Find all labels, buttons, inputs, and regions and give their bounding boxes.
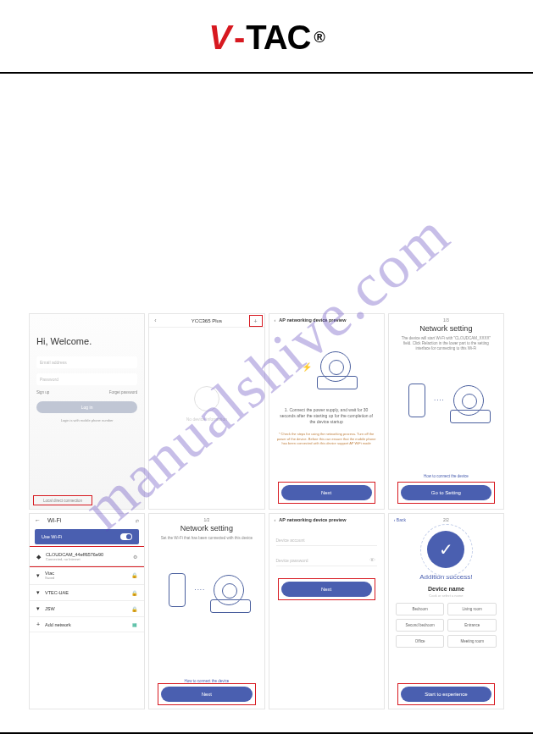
net1-screen: 1/3 Network setting The device will star…: [388, 313, 504, 510]
back-link[interactable]: ‹ Back: [394, 517, 406, 522]
phone-icon: [408, 384, 425, 417]
highlight-cloudcam: [29, 546, 145, 567]
login-sub: Login is with mobile phone number: [36, 418, 137, 422]
scan-icon[interactable]: ▦: [132, 621, 137, 627]
highlight-start: [397, 683, 495, 705]
wifi-title: Wi-Fi: [47, 517, 61, 523]
divider-bottom: [0, 732, 533, 734]
highlight-add: [249, 315, 263, 327]
room-option[interactable]: Second bedroom: [396, 619, 445, 632]
password-field[interactable]: Password: [36, 373, 137, 385]
divider-top: [0, 72, 533, 74]
ap-warning: * Check the steps for using the networki…: [269, 432, 384, 446]
device-password-field[interactable]: Device password👁: [276, 555, 377, 566]
ycc-title: YCC365 Plus: [192, 318, 222, 323]
wifi-icon: ▾: [36, 589, 40, 596]
room-option[interactable]: Bedroom: [396, 603, 445, 615]
plug-icon: ⚡: [302, 362, 312, 372]
step-indicator: 2/2: [389, 514, 503, 522]
no-device-text: No device information: [186, 417, 227, 422]
device-account-field[interactable]: Device account: [276, 534, 377, 546]
wifi-row[interactable]: ▾ Vtac Saved 🔒: [30, 566, 144, 585]
lock-icon: 🔒: [131, 572, 137, 578]
welcome-screen: Hi, Welcome. Email address Password Sign…: [29, 313, 145, 510]
room-option[interactable]: Living room: [447, 603, 497, 615]
back-icon[interactable]: ‹: [275, 517, 276, 522]
camera-icon: [320, 351, 351, 382]
eye-icon[interactable]: 👁: [369, 557, 375, 563]
lock-icon: 🔒: [131, 606, 137, 612]
room-option[interactable]: Entrance: [447, 619, 497, 632]
ap-title: AP networking device preview: [279, 317, 346, 323]
screenshot-grid: Hi, Welcome. Email address Password Sign…: [29, 313, 504, 709]
ap-instruction: 1. Connect the power supply, and wait fo…: [269, 400, 384, 432]
add-network-row[interactable]: + Add network ▦: [30, 617, 144, 632]
local-direct-box[interactable]: Local direct connection: [33, 495, 92, 505]
highlight-next: [278, 482, 375, 504]
wifi-row-cloudcam[interactable]: ◆ CLOUDCAM_44eff6576e90 Connected, no In…: [30, 548, 144, 566]
back-icon[interactable]: ←: [35, 517, 41, 523]
net2-title: Network setting: [149, 524, 264, 533]
ap-input-title: AP networking device preview: [279, 517, 346, 522]
net1-desc: The device will start Wi-Fi with "CLOUDC…: [389, 336, 503, 351]
phone-camera-illustration: ····: [394, 367, 498, 434]
highlight-next: [278, 578, 375, 600]
brand-logo: V-TAC®: [208, 19, 325, 57]
connection-dots-icon: ····: [434, 396, 445, 404]
back-icon[interactable]: ‹: [154, 317, 156, 323]
wifi-icon: ▾: [36, 605, 40, 612]
signup-link[interactable]: Sign up: [36, 390, 49, 395]
email-field[interactable]: Email address: [36, 356, 137, 368]
net2-desc: Set the Wi-Fi that has been connected wi…: [149, 536, 264, 541]
use-wifi-toggle[interactable]: Use Wi-Fi: [35, 529, 139, 544]
wifi-row[interactable]: ▾ VTEC-UAE 🔒: [30, 585, 144, 601]
room-option[interactable]: Meeting room: [447, 635, 497, 648]
net1-title: Network setting: [389, 324, 503, 333]
how-link[interactable]: How to connect the device: [389, 474, 503, 478]
toggle-icon[interactable]: [120, 533, 132, 540]
camera-icon: [453, 385, 484, 416]
step-indicator: 1/2: [149, 514, 264, 522]
lock-icon: 🔒: [131, 590, 137, 596]
login-button[interactable]: Log in: [36, 401, 137, 413]
forgot-link[interactable]: Forget password: [109, 390, 138, 395]
net2-screen: 1/2 Network setting Set the Wi-Fi that h…: [148, 513, 264, 709]
camera-icon: [214, 575, 244, 605]
camera-illustration: ⚡: [275, 333, 379, 400]
back-icon[interactable]: ‹: [275, 317, 276, 323]
room-option[interactable]: Office: [396, 635, 445, 648]
wifi-row[interactable]: ▾ JSW 🔒: [30, 601, 144, 617]
ycc-screen: ‹ YCC365 Plus + No device information: [148, 313, 264, 510]
success-screen: ‹ Back 2/2 ✓ Addition success! Device na…: [388, 513, 504, 709]
search-icon[interactable]: ⌕: [136, 517, 139, 523]
step-indicator: 1/3: [389, 314, 503, 323]
phone-icon: [169, 573, 186, 607]
highlight-go: [397, 482, 495, 504]
ap-input-screen: ‹AP networking device preview Device acc…: [269, 513, 385, 709]
logo-area: V-TAC®: [0, 0, 533, 57]
welcome-title: Hi, Welcome.: [36, 336, 137, 346]
wifi-list-screen: ← Wi-Fi ⌕ Use Wi-Fi ◆ CLOUDCAM_44eff6576…: [29, 513, 145, 709]
device-name-label: Device name: [389, 586, 503, 592]
ap-preview-screen: ‹AP networking device preview ⚡ 1. Conne…: [269, 313, 385, 510]
empty-icon: [194, 386, 219, 411]
plus-icon: +: [36, 621, 40, 627]
connection-dots-icon: ····: [194, 586, 205, 593]
success-check-icon: ✓: [427, 531, 464, 568]
phone-camera-illustration: ····: [154, 556, 258, 624]
highlight-next: [158, 683, 255, 705]
wifi-icon: ▾: [36, 572, 40, 579]
